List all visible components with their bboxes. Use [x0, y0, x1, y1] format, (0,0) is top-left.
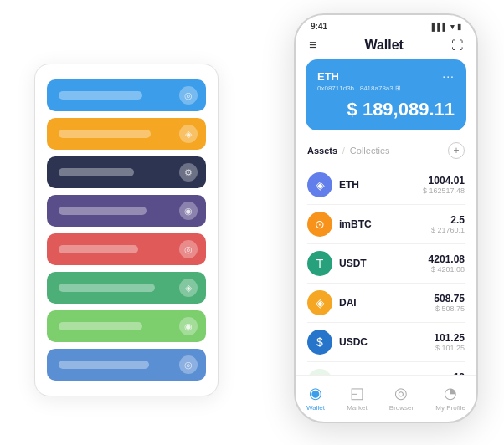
profile-nav-icon: ◔ [444, 384, 457, 402]
status-icons: ▌▌▌ ▾ ▮ [432, 23, 461, 31]
card-item[interactable]: ◉ [47, 195, 206, 227]
card-item[interactable]: ◎ [47, 233, 206, 265]
header-title: Wallet [364, 38, 404, 53]
balance-symbol: $ [347, 99, 357, 120]
tab-collecties[interactable]: Collecties [350, 146, 390, 156]
asset-values: 101.25 $ 101.25 [434, 332, 465, 352]
wallet-nav-label: Wallet [306, 404, 325, 412]
assets-tabs: Assets / Collecties [307, 146, 390, 156]
expand-icon[interactable]: ⛶ [451, 38, 463, 52]
card-item[interactable]: ◈ [47, 272, 206, 304]
status-time: 9:41 [311, 22, 327, 31]
asset-usd: $ 508.75 [434, 304, 465, 313]
eth-card-address: 0x08711d3b...8418a78a3 ⊞ [317, 84, 455, 92]
eth-card-menu[interactable]: ··· [442, 69, 455, 83]
asset-icon-imbtc: ⊙ [307, 212, 332, 237]
market-nav-label: Market [347, 404, 367, 412]
phone-mockup: 9:41 ▌▌▌ ▾ ▮ ≡ Wallet ⛶ ETH ··· 0x08711d… [294, 13, 478, 423]
market-nav-icon: ◱ [350, 384, 364, 402]
assets-header: Assets / Collecties + [296, 139, 476, 166]
add-asset-button[interactable]: + [448, 142, 465, 159]
card-item[interactable]: ◎ [47, 79, 206, 111]
balance-amount: 189,089.11 [363, 99, 455, 120]
asset-row[interactable]: ◈ DAI 508.75 $ 508.75 [307, 284, 465, 323]
card-item[interactable]: ⚙ [47, 156, 206, 188]
asset-name: DAI [339, 297, 434, 309]
wallet-nav-icon: ◉ [309, 384, 322, 402]
asset-row[interactable]: 🌿 TFT 13 0 [307, 362, 465, 375]
asset-row[interactable]: ⊙ imBTC 2.5 $ 21760.1 [307, 205, 465, 244]
eth-card-balance: $ 189,089.11 [317, 99, 455, 120]
card-item[interactable]: ◉ [47, 310, 206, 342]
asset-name: USDC [339, 336, 434, 348]
bottom-nav: ◉ Wallet ◱ Market ◎ Browser ◔ My Profile [296, 375, 476, 422]
asset-icon-usdc: $ [307, 330, 332, 355]
asset-name: USDT [339, 258, 429, 269]
asset-name: ETH [339, 179, 423, 191]
asset-row[interactable]: T USDT 4201.08 $ 4201.08 [307, 244, 465, 284]
asset-amount: 4201.08 [429, 253, 465, 265]
eth-card-title: ETH [317, 70, 339, 83]
eth-card[interactable]: ETH ··· 0x08711d3b...8418a78a3 ⊞ $ 189,0… [306, 59, 466, 130]
asset-amount: 101.25 [434, 332, 465, 344]
asset-amount: 508.75 [434, 293, 465, 304]
asset-usd: $ 4201.08 [429, 265, 465, 274]
profile-nav-label: My Profile [435, 404, 465, 412]
card-item[interactable]: ◎ [47, 349, 206, 381]
asset-icon-usdt: T [307, 251, 332, 276]
browser-nav-icon: ◎ [394, 384, 408, 402]
browser-nav-label: Browser [389, 404, 414, 412]
asset-amount: 1004.01 [423, 175, 465, 187]
asset-values: 1004.01 $ 162517.48 [423, 175, 465, 195]
asset-icon-tft: 🌿 [307, 369, 332, 375]
asset-row[interactable]: $ USDC 101.25 $ 101.25 [307, 323, 465, 362]
asset-list: ◈ ETH 1004.01 $ 162517.48 ⊙ imBTC 2.5 $ … [296, 166, 476, 375]
tab-assets[interactable]: Assets [307, 146, 337, 156]
asset-values: 2.5 $ 21760.1 [431, 214, 465, 234]
menu-icon[interactable]: ≡ [309, 38, 316, 53]
asset-icon-dai: ◈ [307, 290, 332, 315]
battery-icon: ▮ [457, 23, 461, 31]
asset-usd: $ 162517.48 [423, 187, 465, 195]
asset-row[interactable]: ◈ ETH 1004.01 $ 162517.48 [307, 166, 465, 205]
signal-icon: ▌▌▌ [432, 23, 448, 31]
asset-values: 4201.08 $ 4201.08 [429, 253, 465, 274]
asset-icon-eth: ◈ [307, 172, 332, 197]
asset-usd: $ 21760.1 [431, 226, 465, 234]
nav-item-wallet[interactable]: ◉ Wallet [306, 384, 325, 412]
scene: ◎ ◈ ⚙ ◉ ◎ ◈ ◉ ◎ 9:41 ▌▌▌ [18, 13, 486, 432]
asset-usd: $ 101.25 [434, 344, 465, 352]
nav-item-browser[interactable]: ◎ Browser [389, 384, 414, 412]
status-bar: 9:41 ▌▌▌ ▾ ▮ [296, 15, 476, 34]
tab-divider: / [342, 146, 345, 156]
asset-name: imBTC [339, 218, 431, 230]
nav-item-profile[interactable]: ◔ My Profile [435, 384, 465, 412]
asset-values: 508.75 $ 508.75 [434, 293, 465, 313]
card-stack: ◎ ◈ ⚙ ◉ ◎ ◈ ◉ ◎ [34, 64, 219, 396]
card-item[interactable]: ◈ [47, 118, 206, 150]
wifi-icon: ▾ [450, 23, 455, 31]
eth-card-header: ETH ··· [317, 69, 455, 83]
asset-amount: 2.5 [431, 214, 465, 226]
nav-item-market[interactable]: ◱ Market [347, 384, 367, 412]
phone-header: ≡ Wallet ⛶ [296, 34, 476, 59]
